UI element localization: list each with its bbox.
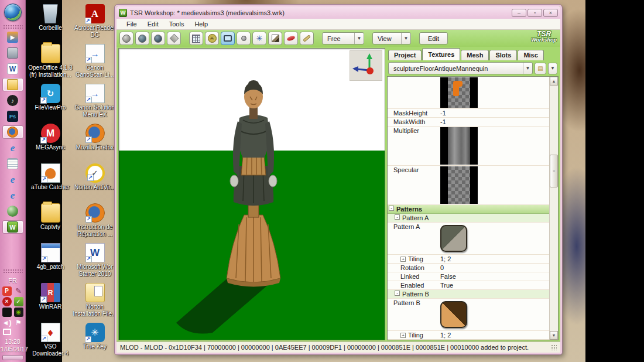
property-subsection[interactable]: -Pattern A [388, 214, 549, 223]
property-subsection[interactable]: -Pattern B [388, 290, 549, 299]
edit-button[interactable]: Edit [419, 32, 448, 45]
language-indicator[interactable]: FR [8, 277, 17, 284]
taskbar-button[interactable] [2, 204, 23, 218]
taskbar-clock[interactable]: 13:28 21/05/2017 [0, 338, 28, 353]
desktop-icon[interactable]: ↻↗FileViewPro [28, 82, 73, 122]
shield-icon[interactable]: ✓ [14, 297, 23, 306]
scroll-up-icon[interactable]: ▲ [550, 77, 558, 86]
darker-sphere-button[interactable] [151, 32, 165, 45]
desktop-icon[interactable]: R↗WinRAR [28, 281, 73, 321]
view-dropdown[interactable]: View ▼ [372, 32, 411, 45]
desktop-icon[interactable]: OpenOffice 4.1.3 (fr) Installation... [28, 42, 73, 82]
shaded-sphere-button[interactable] [119, 32, 133, 45]
collapse-icon[interactable]: - [395, 214, 400, 220]
tab-slots[interactable]: Slots [489, 50, 517, 60]
desktop-icon[interactable]: Norton Installation File... [73, 281, 117, 321]
desktop-icon[interactable]: M↗MEGAsync [28, 122, 73, 162]
desktop-icon[interactable]: ✳↗True Key [73, 321, 117, 361]
taskbar-button[interactable] [2, 125, 23, 139]
property-value[interactable]: True [438, 281, 549, 289]
error-icon[interactable]: × [2, 297, 12, 306]
scroll-thumb[interactable]: ≡ [550, 155, 558, 187]
desktop-icon[interactable]: Corbeille [28, 2, 73, 42]
desktop-icon[interactable]: ↗aTube Catcher [28, 162, 73, 202]
diamond-button[interactable] [167, 32, 181, 45]
tab-misc[interactable]: Misc [518, 50, 543, 60]
taskbar-grip[interactable] [3, 269, 23, 273]
desktop-icon[interactable]: ↗4gb_patch [28, 241, 73, 281]
volume-icon[interactable]: ◄) [2, 318, 12, 327]
taskbar-button[interactable]: e [2, 189, 23, 202]
texture-button[interactable] [268, 32, 282, 45]
property-value[interactable] [438, 127, 549, 165]
scrollbar[interactable]: ▲ ≡ ▼ [549, 77, 558, 340]
tab-project[interactable]: Project [388, 50, 422, 60]
menu-tools[interactable]: Tools [164, 19, 190, 29]
dark-sphere-button[interactable] [135, 32, 149, 45]
chevron-down-icon[interactable]: ▼ [354, 33, 364, 44]
taskbar-button[interactable]: Ps [2, 110, 23, 123]
scroll-down-icon[interactable]: ▼ [550, 331, 558, 340]
grid-button[interactable] [189, 32, 203, 45]
property-section[interactable]: -Patterns [388, 205, 549, 214]
taskbar-button[interactable]: W [2, 220, 23, 234]
property-value[interactable]: 1; 2 [438, 255, 549, 263]
start-button[interactable] [4, 4, 22, 21]
new-texture-button[interactable]: ▤ [535, 63, 546, 74]
desktop-icon[interactable]: →↗Canon CanoScan Li... [73, 42, 117, 82]
texture-select[interactable]: sculptureFloorAntiqueMannequin ▼ [388, 62, 533, 74]
menu-edit[interactable]: Edit [142, 19, 164, 29]
resize-grip[interactable] [551, 344, 557, 350]
mesh-sphere-button[interactable]: ✳ [205, 32, 219, 45]
property-value[interactable]: False [438, 272, 549, 281]
mask-texture-thumbnail[interactable] [440, 77, 478, 108]
monitor-button[interactable] [221, 32, 235, 45]
tab-mesh[interactable]: Mesh [461, 50, 489, 60]
picpick-icon[interactable]: P [2, 286, 12, 296]
taskbar-button[interactable]: e [2, 141, 23, 155]
minimize-button[interactable]: – [512, 9, 526, 17]
desktop-icon[interactable]: ♦↗VSO Downloader 4 [28, 321, 73, 361]
paint-icon[interactable]: ✎ [14, 286, 23, 296]
collapse-icon[interactable]: - [389, 206, 394, 211]
scroll-track[interactable]: ≡ [550, 86, 558, 331]
taskbar-button[interactable]: ▶ [2, 30, 23, 44]
bone-button[interactable] [300, 32, 314, 45]
multiplier-texture-thumbnail[interactable] [440, 127, 478, 165]
taskbar-button[interactable]: e [2, 173, 23, 186]
chevron-down-icon[interactable]: ▼ [523, 63, 532, 74]
taskbar-button[interactable] [2, 78, 23, 91]
small-sphere-button[interactable] [237, 32, 251, 45]
free-camera-dropdown[interactable]: Free ▼ [322, 32, 364, 45]
3d-viewport[interactable] [118, 48, 385, 340]
property-value[interactable]: -1 [438, 109, 549, 117]
taskbar-button[interactable] [2, 157, 23, 170]
property-value[interactable] [438, 166, 549, 204]
property-value[interactable]: 1; 2 [438, 331, 549, 339]
chevron-down-icon[interactable]: ▼ [401, 33, 410, 44]
titlebar[interactable]: W TSR Workshop: * medievalsims3 (medieva… [117, 6, 560, 19]
desktop-icon[interactable]: Captvty [28, 202, 73, 241]
cat-icon[interactable] [2, 308, 12, 317]
pat-b-pattern-thumbnail[interactable] [440, 301, 467, 328]
desktop-icon[interactable]: →↗Canon Solution Menu EX [73, 82, 117, 122]
taskbar-button[interactable] [2, 46, 23, 60]
close-button[interactable]: × [543, 9, 558, 17]
desktop-icon[interactable]: ↗Instruction de Réparation ... [73, 202, 117, 241]
desktop-icon[interactable]: ↗Mozilla Firefox [73, 122, 117, 162]
maximize-button[interactable]: ▫ [527, 9, 542, 17]
specular-texture-thumbnail[interactable] [440, 166, 478, 204]
display-icon[interactable] [3, 329, 11, 335]
property-value[interactable] [438, 299, 549, 330]
flag-icon[interactable]: ⚑ [14, 318, 23, 327]
show-desktop-button[interactable] [2, 355, 23, 360]
menu-file[interactable]: File [121, 19, 142, 29]
tab-textures[interactable]: Textures [422, 48, 460, 60]
desktop-icon[interactable]: ✓↗Norton AntiVir... [73, 162, 117, 202]
taskbar-button[interactable]: ♪ [2, 94, 23, 107]
expand-icon[interactable]: + [400, 333, 406, 338]
collapse-icon[interactable]: - [395, 291, 400, 296]
property-value[interactable] [438, 223, 549, 254]
desktop-icon[interactable]: W↗Microsoft Wor Starter 2010 [73, 241, 117, 281]
pat-a-pattern-thumbnail[interactable] [440, 225, 467, 252]
